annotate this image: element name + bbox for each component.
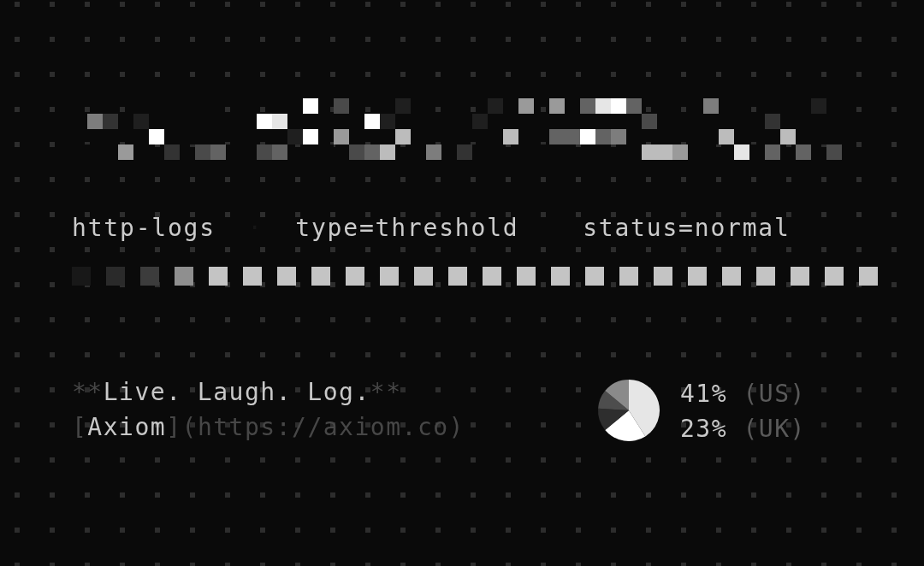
progress-cell bbox=[791, 267, 809, 286]
progress-cell bbox=[585, 267, 604, 286]
sep-a: · bbox=[232, 214, 280, 242]
sep-b bbox=[535, 214, 566, 242]
legend-row-2: 23% (UK) bbox=[680, 415, 806, 443]
progress-cell bbox=[243, 267, 262, 286]
bracket-close: ] bbox=[166, 413, 181, 441]
bracket-open: [ bbox=[72, 413, 87, 441]
progress-cell bbox=[380, 267, 399, 286]
progress-cell bbox=[209, 267, 228, 286]
progress-cell bbox=[175, 267, 193, 286]
paren-close: ) bbox=[449, 413, 465, 441]
progress-cell bbox=[551, 267, 570, 286]
progress-cell bbox=[414, 267, 433, 286]
bold-marker-close: ** bbox=[370, 378, 402, 406]
progress-cell bbox=[688, 267, 707, 286]
legend-row-1: 41% (US) bbox=[680, 380, 806, 408]
pie-icon bbox=[595, 376, 663, 445]
tag-source: http-logs bbox=[72, 214, 216, 242]
bold-marker-open: ** bbox=[72, 378, 104, 406]
progress-cell bbox=[483, 267, 501, 286]
md-line-2[interactable]: [Axiom](https://axiom.co) bbox=[72, 413, 465, 441]
progress-cell bbox=[106, 267, 125, 286]
md-line-1: **Live. Laugh. Log.** bbox=[72, 378, 402, 406]
legend-pct: 41% bbox=[680, 380, 727, 408]
square-row bbox=[72, 267, 878, 286]
tag-status: status=normal bbox=[583, 214, 791, 242]
slogan-text: Live. Laugh. Log. bbox=[104, 378, 370, 406]
progress-cell bbox=[311, 267, 330, 286]
noise-strip bbox=[72, 98, 842, 160]
progress-cell bbox=[517, 267, 536, 286]
legend-cc: (UK) bbox=[743, 415, 805, 443]
link-label: Axiom bbox=[87, 413, 166, 441]
progress-cell bbox=[722, 267, 741, 286]
progress-cell bbox=[140, 267, 159, 286]
progress-cell bbox=[654, 267, 672, 286]
tag-type: type=threshold bbox=[295, 214, 518, 242]
progress-cell bbox=[756, 267, 775, 286]
progress-cell bbox=[72, 267, 91, 286]
progress-cell bbox=[619, 267, 638, 286]
progress-cell bbox=[277, 267, 296, 286]
progress-cell bbox=[346, 267, 364, 286]
progress-cell bbox=[825, 267, 844, 286]
link-url: https://axiom.co bbox=[198, 413, 449, 441]
progress-cell bbox=[448, 267, 467, 286]
legend-pct: 23% bbox=[680, 415, 727, 443]
progress-cell bbox=[859, 267, 878, 286]
legend-cc: (US) bbox=[743, 380, 805, 408]
canvas: http-logs · type=threshold status=normal… bbox=[0, 0, 924, 566]
paren-open: ( bbox=[182, 413, 198, 441]
tags-line: http-logs · type=threshold status=normal bbox=[72, 214, 791, 242]
